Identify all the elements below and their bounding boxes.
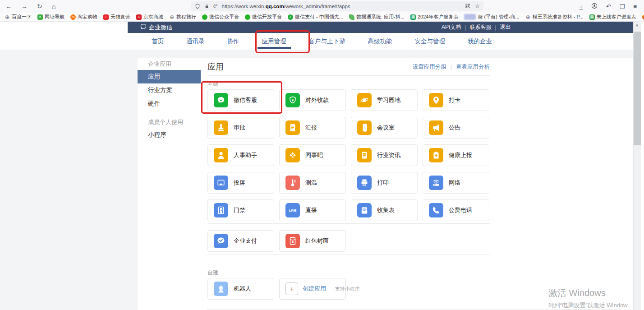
star-icon[interactable]: ☆	[475, 3, 480, 9]
undo-icon[interactable]: ↶	[606, 3, 611, 10]
bookmark-item[interactable]: 架 (平台) 管理-商...	[464, 14, 519, 20]
app-card-机器人[interactable]: 机器人	[207, 278, 274, 300]
svg-text:LIVE: LIVE	[289, 208, 297, 213]
qr-code-icon[interactable]	[465, 2, 470, 10]
create-app-card[interactable]: +创建应用· 支持小程序	[279, 278, 346, 300]
blurred-favicon	[464, 14, 476, 20]
bookmark-label: 2024年客户服务表	[418, 14, 458, 20]
sidebar-item-应用[interactable]: 应用	[138, 70, 201, 83]
app-card-红包封面[interactable]: 红包封面	[279, 230, 346, 252]
app-card-健康上报[interactable]: 健康上报	[423, 144, 489, 166]
app-card-行业资讯[interactable]: 行业资讯	[351, 144, 418, 166]
app-card-会议室[interactable]: 会议室	[351, 117, 418, 139]
app-card-微信客服[interactable]: 微信客服	[207, 89, 274, 111]
forward-arrow-icon[interactable]: →	[21, 3, 28, 10]
app-card-同事吧[interactable]: 同事吧	[279, 144, 346, 166]
browser-toolbar: ← → ↻ ⌂ ē° https://work.weixin.qq.com/we…	[0, 0, 644, 13]
bookmark-item[interactable]: 微信公众平台	[202, 14, 239, 20]
view-app-analytics-link[interactable]: 查看应用分析	[456, 63, 490, 71]
scrollbar-up-arrow[interactable]: ∧	[633, 23, 641, 28]
nav-row: 首页通讯录协作应用管理客户与上下游高级功能安全与管理我的企业	[0, 33, 633, 50]
menu-icon[interactable]: ≡	[633, 3, 637, 10]
app-card-测温[interactable]: 测温	[279, 172, 346, 194]
app-card-企业支付[interactable]: 企业支付	[207, 230, 274, 252]
url-text[interactable]: https://work.weixin.qq.com/wework_admin/…	[222, 4, 461, 9]
tab-我的企业[interactable]: 我的企业	[468, 37, 492, 46]
app-label: 学习园地	[377, 96, 400, 104]
app-label: 投屏	[234, 179, 245, 187]
app-card-公告[interactable]: 公告	[423, 117, 489, 139]
app-label: 汇报	[305, 124, 317, 132]
wework-logo[interactable]: 企业微信	[140, 22, 172, 33]
app-card-网络[interactable]: 网络	[423, 172, 489, 194]
wechat-icon	[202, 14, 207, 20]
app-grid: 机器人+创建应用· 支持小程序	[207, 278, 492, 300]
app-card-人事助手[interactable]: 人事助手	[207, 144, 274, 166]
taobao-icon: 淘	[70, 14, 76, 20]
app-card-打印[interactable]: 打印	[351, 172, 418, 194]
tab-高级功能[interactable]: 高级功能	[368, 37, 392, 46]
bookmark-item[interactable]: ⊕百度一下	[5, 14, 32, 20]
home-icon[interactable]: ⌂	[52, 3, 56, 10]
action-separator: |	[451, 64, 452, 70]
app-label: 收集表	[377, 206, 395, 214]
wechat-pay-icon: ✓	[288, 14, 293, 20]
sidebar-item-小程序[interactable]: 小程序	[138, 128, 201, 142]
watermark-line1: 激活 Windows	[548, 287, 628, 299]
app-card-审批[interactable]: 审批	[207, 117, 274, 139]
tab-客户与上下游[interactable]: 客户与上下游	[309, 37, 345, 46]
app-card-公费电话[interactable]: 公费电话	[423, 199, 489, 221]
tab-通讯录[interactable]: 通讯录	[186, 37, 205, 46]
sidebar-item-行业方案[interactable]: 行业方案	[138, 83, 201, 97]
lock-icon[interactable]	[204, 4, 209, 9]
bookmark-label: 微信公众平台	[209, 14, 239, 20]
set-app-group-link[interactable]: 设置应用分组	[413, 63, 446, 71]
bookmark-item[interactable]: ▦未上线客户进度表	[589, 14, 636, 20]
sidebar-item-硬件[interactable]: 硬件	[138, 97, 201, 111]
main-panel: 企业应用应用行业方案硬件成员个人使用小程序 应用 设置应用分组|查看应用分析 基…	[138, 58, 633, 310]
app-card-学习园地[interactable]: 学习园地	[351, 89, 418, 111]
app-card-投屏[interactable]: 投屏	[207, 172, 274, 194]
tab-协作[interactable]: 协作	[227, 37, 239, 46]
bookmark-item[interactable]: 微信开放平台	[245, 14, 282, 20]
app-label: 行业资讯	[377, 151, 400, 159]
tab-安全与管理[interactable]: 安全与管理	[415, 37, 446, 46]
bookmark-item[interactable]: 汇聚支付	[642, 14, 644, 20]
header-link-logout[interactable]: 退出	[500, 23, 511, 31]
site-header: 企业微信 API文档|联系客服|退出	[128, 22, 633, 33]
scrollbar-thumb[interactable]	[634, 32, 641, 145]
translate-icon[interactable]: ē°	[213, 4, 218, 9]
back-arrow-icon[interactable]: ←	[5, 3, 12, 10]
app-card-直播[interactable]: LIVE直播	[279, 199, 346, 221]
url-bar[interactable]: ē° https://work.weixin.qq.com/wework_adm…	[191, 1, 483, 11]
app-card-对外收款[interactable]: ¥对外收款	[279, 89, 346, 111]
reload-icon[interactable]: ↻	[37, 3, 42, 10]
bookmark-item[interactable]: T天猫直营	[103, 14, 130, 20]
app-label: 公费电话	[449, 206, 472, 214]
app-card-汇报[interactable]: 汇报	[279, 117, 346, 139]
account-icon[interactable]	[591, 3, 598, 10]
megaphone-icon	[429, 120, 443, 135]
bookmark-item[interactable]: h网址导航	[37, 14, 64, 20]
download-icon[interactable]: ↓	[580, 4, 583, 9]
app-card-门禁[interactable]: 门禁	[207, 199, 274, 221]
bookmark-item[interactable]: 数据通系统: 应用-抖...	[349, 14, 405, 20]
globe-icon: ⊕	[169, 14, 175, 20]
divider	[207, 223, 490, 224]
bookmark-item[interactable]: ⊕携程旅行	[169, 14, 196, 20]
app-card-收集表[interactable]: 收集表	[351, 199, 418, 221]
tab-首页[interactable]: 首页	[152, 37, 164, 46]
bookmark-item[interactable]: ▦2024年客户服务表	[410, 14, 458, 20]
app-card-打卡[interactable]: 打卡	[423, 89, 489, 111]
bookmark-item[interactable]: ⊕模王系统准备资料 - P...	[525, 14, 584, 20]
header-link-api-docs[interactable]: API文档	[442, 23, 461, 31]
bookmark-item[interactable]: 淘淘宝购物	[70, 14, 97, 20]
bookmark-item[interactable]: JD京东商城	[136, 14, 163, 20]
tab-应用管理[interactable]: 应用管理	[262, 37, 286, 46]
shield-icon[interactable]	[195, 4, 200, 9]
sidebar-icon[interactable]: ❒	[620, 3, 625, 10]
app-label: 会议室	[377, 124, 395, 132]
header-link-contact-support[interactable]: 联系客服	[469, 23, 491, 31]
svg-text:¥: ¥	[292, 98, 294, 102]
bookmark-item[interactable]: ✓微信支付 - 中国领先...	[288, 14, 343, 20]
